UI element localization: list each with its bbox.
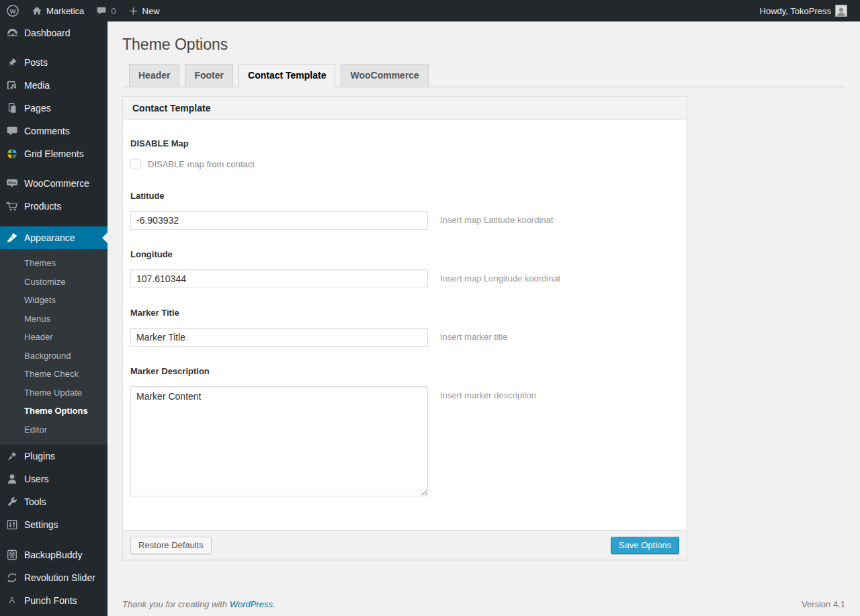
- sidebar-item-label: Plugins: [24, 451, 55, 461]
- home-icon: [32, 5, 42, 16]
- sidebar-item-label: Comments: [24, 126, 70, 136]
- pushpin-icon: [0, 56, 24, 69]
- submenu-item-theme-update[interactable]: Theme Update: [0, 384, 108, 402]
- field-longitude: Longitude Insert map Longitude koordinat: [130, 249, 677, 288]
- new-content-menu[interactable]: New: [122, 0, 166, 21]
- sidebar-item-label: Appearance: [24, 232, 75, 243]
- thanks-period: .: [273, 599, 275, 609]
- wordpress-link[interactable]: WordPress: [230, 599, 273, 609]
- sidebar-item-label: Users: [24, 474, 49, 484]
- sidebar-item-punch-fonts[interactable]: A Punch Fonts: [0, 589, 108, 612]
- sidebar-item-label: Products: [24, 201, 61, 212]
- disable-map-checkbox-label: DISABLE map from contact: [148, 159, 255, 169]
- submenu-item-editor[interactable]: Editor: [0, 421, 108, 439]
- restore-defaults-button[interactable]: Restore Defaults: [130, 537, 212, 554]
- grid-elements-icon: [0, 148, 24, 160]
- woocommerce-icon: Woo: [0, 177, 24, 190]
- comment-bubble-icon: [96, 5, 107, 16]
- paintbrush-icon: [0, 232, 24, 244]
- longitude-label: Longitude: [130, 249, 677, 259]
- sidebar-item-grid-elements[interactable]: Grid Elements: [0, 142, 108, 165]
- tab-header[interactable]: Header: [129, 64, 179, 87]
- sidebar-item-label: Grid Elements: [24, 148, 84, 159]
- appearance-submenu: Themes Customize Widgets Menus Header Ba…: [0, 249, 108, 445]
- submenu-item-themes[interactable]: Themes: [0, 254, 108, 273]
- pages-icon: [0, 102, 24, 114]
- svg-text:Woo: Woo: [8, 181, 17, 185]
- sidebar-item-label: Pages: [24, 103, 51, 114]
- tab-contact-template[interactable]: Contact Template: [239, 64, 335, 87]
- sidebar-item-comments[interactable]: Comments: [0, 120, 108, 142]
- sidebar-item-backupbuddy[interactable]: BackupBuddy: [0, 543, 108, 566]
- admin-sidebar: Dashboard Posts Media Pages Comments Gri…: [0, 21, 108, 616]
- page-footer: Thank you for creating with WordPress. V…: [122, 560, 845, 609]
- marker-description-label: Marker Description: [130, 366, 677, 376]
- sidebar-item-label: Media: [24, 80, 50, 91]
- sidebar-item-label: Punch Fonts: [24, 595, 77, 606]
- comments-shortcut[interactable]: 0: [90, 0, 122, 21]
- new-label: New: [142, 6, 160, 16]
- sidebar-item-label: Tools: [24, 496, 46, 507]
- sidebar-item-pages[interactable]: Pages: [0, 97, 108, 120]
- sidebar-item-label: Dashboard: [24, 28, 71, 38]
- submenu-item-widgets[interactable]: Widgets: [0, 291, 108, 310]
- panel-footer: Restore Defaults Save Options: [123, 530, 687, 560]
- submenu-item-menus[interactable]: Menus: [0, 310, 108, 328]
- svg-text:A: A: [9, 596, 15, 605]
- svg-text:W: W: [10, 7, 16, 15]
- field-marker-description: Marker Description Marker Content Insert…: [130, 366, 677, 496]
- plus-icon: [128, 6, 138, 16]
- submenu-item-theme-options[interactable]: Theme Options: [0, 402, 108, 421]
- version-text: Version 4.1: [802, 599, 845, 609]
- sidebar-item-appearance[interactable]: Appearance: [0, 226, 108, 249]
- wordpress-logo-menu[interactable]: W: [0, 0, 26, 21]
- contact-template-panel: Contact Template DISABLE Map DISABLE map…: [122, 96, 687, 560]
- sidebar-item-users[interactable]: Users: [0, 468, 108, 490]
- submenu-item-background[interactable]: Background: [0, 347, 108, 365]
- sidebar-item-label: WooCommerce: [24, 178, 89, 189]
- comments-icon: [0, 125, 24, 137]
- disable-map-checkbox[interactable]: [130, 159, 141, 169]
- marker-title-label: Marker Title: [130, 308, 677, 318]
- tab-woocommerce[interactable]: WooCommerce: [341, 64, 428, 87]
- dashboard-gauge-icon: [0, 27, 24, 40]
- sidebar-item-label: Settings: [24, 519, 58, 530]
- tab-footer[interactable]: Footer: [185, 64, 233, 87]
- submenu-item-theme-check[interactable]: Theme Check: [0, 365, 108, 384]
- sidebar-item-media[interactable]: Media: [0, 74, 108, 97]
- tab-bar: Header Footer Contact Template WooCommer…: [122, 64, 845, 87]
- field-disable-map: DISABLE Map DISABLE map from contact: [130, 138, 677, 169]
- wordpress-logo-icon: W: [6, 4, 19, 17]
- latitude-hint: Insert map Latitude koordinat: [440, 211, 553, 226]
- sidebar-item-woocommerce[interactable]: Woo WooCommerce: [0, 172, 108, 195]
- sidebar-item-tools[interactable]: Tools: [0, 490, 108, 513]
- main-content: Theme Options Header Footer Contact Temp…: [108, 21, 860, 616]
- longitude-input[interactable]: [130, 269, 428, 288]
- marker-title-hint: Insert marker title: [440, 328, 507, 343]
- sidebar-item-label: Revolution Slider: [24, 572, 95, 583]
- sidebar-item-products[interactable]: Products: [0, 195, 108, 218]
- field-latitude: Latitude Insert map Latitude koordinat: [130, 191, 677, 230]
- marker-title-input[interactable]: [130, 328, 428, 347]
- howdy-text: Howdy, TokoPress: [760, 6, 831, 16]
- save-options-button[interactable]: Save Options: [611, 537, 679, 554]
- panel-body: DISABLE Map DISABLE map from contact Lat…: [123, 120, 687, 530]
- user-icon: [0, 473, 24, 485]
- footer-thanks-text: Thank you for creating with WordPress.: [122, 599, 275, 609]
- sidebar-item-settings[interactable]: Settings: [0, 513, 108, 536]
- sidebar-item-dashboard[interactable]: Dashboard: [0, 21, 108, 44]
- latitude-label: Latitude: [130, 191, 677, 201]
- avatar: [835, 5, 847, 17]
- submenu-item-header[interactable]: Header: [0, 328, 108, 347]
- sidebar-item-posts[interactable]: Posts: [0, 51, 108, 74]
- latitude-input[interactable]: [130, 211, 428, 230]
- thanks-prefix: Thank you for creating with: [122, 599, 230, 609]
- marker-description-textarea[interactable]: Marker Content: [130, 386, 428, 496]
- sidebar-item-plugins[interactable]: Plugins: [0, 445, 108, 468]
- site-name-menu[interactable]: Marketica: [26, 0, 90, 21]
- sidebar-item-label: Posts: [24, 57, 48, 68]
- my-account-menu[interactable]: Howdy, TokoPress: [754, 0, 853, 21]
- media-icon: [0, 79, 24, 91]
- sidebar-item-revolution-slider[interactable]: Revolution Slider: [0, 566, 108, 589]
- submenu-item-customize[interactable]: Customize: [0, 273, 108, 292]
